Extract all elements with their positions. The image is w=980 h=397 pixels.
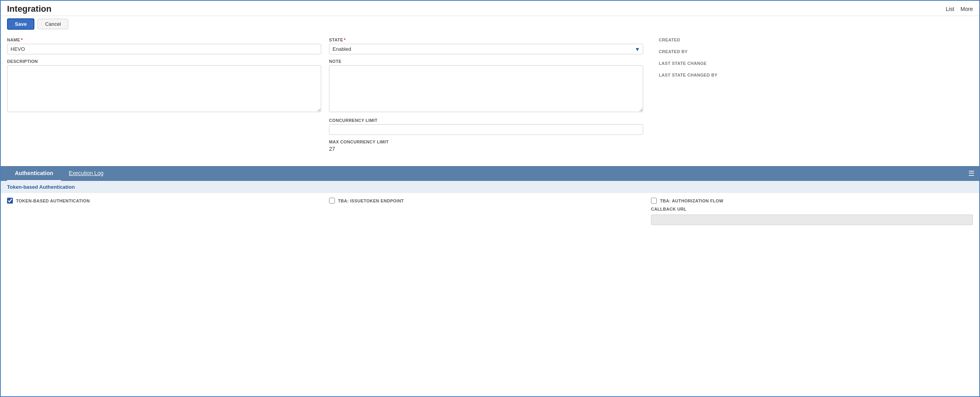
concurrency-limit-label: CONCURRENCY LIMIT [329, 118, 643, 123]
created-by-label: CREATED BY [659, 49, 973, 54]
auth-section: Token-based Authentication TOKEN-BASED A… [1, 181, 979, 230]
state-select[interactable]: Enabled Disabled [329, 44, 643, 54]
token-based-auth-checkbox[interactable] [7, 198, 13, 204]
page-title: Integration [7, 4, 52, 14]
name-input[interactable] [7, 44, 321, 54]
state-required-star: * [344, 38, 346, 42]
name-required-star: * [21, 38, 23, 42]
tab-execution-log[interactable]: Execution Log [61, 166, 111, 181]
name-label: NAME* [7, 38, 321, 42]
description-label: DESCRIPTION [7, 59, 321, 64]
last-state-change-label: LAST STATE CHANGE [659, 61, 973, 66]
more-link[interactable]: More [960, 6, 973, 12]
issuetoken-endpoint-checkbox[interactable] [329, 198, 335, 204]
state-label: STATE* [329, 38, 643, 42]
tab-authentication[interactable]: Authentication [7, 166, 61, 181]
issuetoken-endpoint-label: TBA: ISSUETOKEN ENDPOINT [338, 198, 404, 203]
callback-url-input[interactable] [651, 215, 973, 225]
callback-url-label: CALLBACK URL [651, 207, 973, 211]
auth-section-header: Token-based Authentication [1, 181, 979, 193]
max-concurrency-limit-label: MAX CONCURRENCY LIMIT [329, 139, 643, 144]
list-link[interactable]: List [946, 6, 954, 12]
authorization-flow-label: TBA: AUTHORIZATION FLOW [660, 198, 723, 203]
max-concurrency-limit-value: 27 [329, 146, 643, 152]
tab-menu-icon[interactable]: ☰ [968, 169, 975, 178]
authorization-flow-checkbox[interactable] [651, 198, 657, 204]
description-textarea[interactable] [7, 65, 321, 112]
token-based-auth-label: TOKEN-BASED AUTHENTICATION [16, 198, 90, 203]
concurrency-limit-input[interactable] [329, 124, 643, 135]
created-label: CREATED [659, 38, 973, 42]
note-label: NOTE [329, 59, 643, 64]
note-textarea[interactable] [329, 65, 643, 112]
save-button[interactable]: Save [7, 18, 34, 30]
cancel-button[interactable]: Cancel [38, 19, 68, 29]
last-state-changed-by-label: LAST STATE CHANGED BY [659, 73, 973, 77]
tab-bar: Authentication Execution Log ☰ [1, 166, 979, 181]
